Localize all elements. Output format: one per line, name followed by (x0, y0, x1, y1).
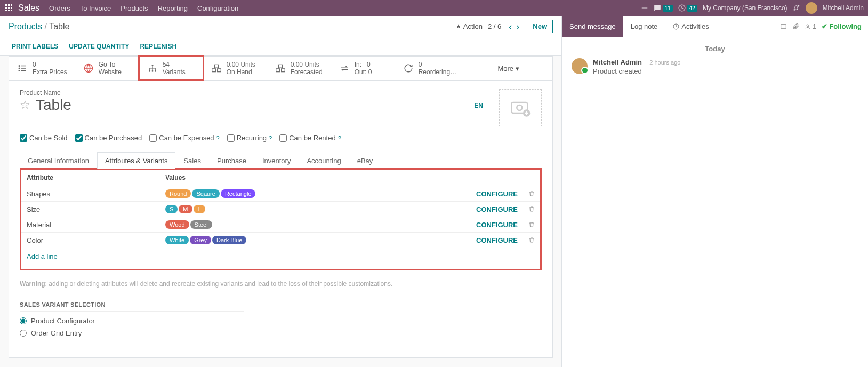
debug-icon[interactable] (793, 4, 800, 12)
product-name[interactable]: Table (36, 97, 71, 114)
svg-rect-25 (276, 69, 279, 72)
pager-prev-icon[interactable]: ‹ (507, 22, 514, 31)
activities-button[interactable]: Activities (665, 16, 717, 37)
lang-button[interactable]: EN (474, 102, 483, 109)
delete-row-icon[interactable] (523, 202, 540, 217)
following-button[interactable]: ✔ Following (822, 22, 862, 30)
company-switcher[interactable]: My Company (San Francisco) (703, 4, 787, 12)
stat-forecasted[interactable]: 0.00 UnitsForecasted (267, 57, 331, 80)
value-tag[interactable]: Round (165, 189, 191, 198)
image-placeholder[interactable] (499, 89, 542, 126)
chat-message: Mitchell Admin - 2 hours ago Product cre… (572, 58, 858, 75)
values-cell[interactable]: WoodSteel (160, 217, 470, 233)
pager-count[interactable]: 2 / 6 (488, 22, 501, 30)
send-message-button[interactable]: Send message (562, 16, 623, 37)
tab-purchase[interactable]: Purchase (209, 152, 254, 169)
values-cell[interactable]: RoundSqaureRectangle (160, 186, 470, 202)
delete-row-icon[interactable] (523, 186, 540, 202)
tab-sales[interactable]: Sales (175, 152, 209, 169)
attributes-section: Attribute Values ShapesRoundSqaureRectan… (20, 168, 542, 270)
menu-products[interactable]: Products (120, 4, 148, 12)
update-quantity-button[interactable]: UPDATE QUANTITY (69, 43, 129, 50)
value-tag[interactable]: Rectangle (221, 189, 256, 198)
help-icon[interactable]: ? (269, 135, 272, 141)
tab-ebay[interactable]: eBay (349, 152, 381, 169)
check-sold[interactable]: Can be Sold (20, 134, 68, 142)
stat-more[interactable]: More ▾ (464, 57, 552, 80)
apps-icon[interactable] (4, 3, 14, 13)
table-row[interactable]: ShapesRoundSqaureRectangleCONFIGURE (21, 186, 540, 202)
tab-general[interactable]: General Information (20, 152, 97, 169)
tab-accounting[interactable]: Accounting (299, 152, 349, 169)
configure-button[interactable]: CONFIGURE (470, 186, 523, 202)
radio-configurator[interactable]: Product Configurator (20, 317, 542, 325)
activity-icon[interactable]: 42 (678, 4, 697, 12)
paperclip-icon[interactable] (792, 23, 799, 30)
check-rented[interactable]: Can be Rented? (279, 134, 341, 142)
user-avatar[interactable] (806, 2, 817, 14)
delete-row-icon[interactable] (523, 233, 540, 248)
value-tag[interactable]: White (165, 236, 189, 244)
check-recurring[interactable]: Recurring? (227, 134, 272, 142)
radio-grid[interactable]: Order Grid Entry (20, 329, 542, 337)
values-cell[interactable]: SML (160, 202, 470, 217)
breadcrumb-parent[interactable]: Products (9, 22, 42, 31)
configure-button[interactable]: CONFIGURE (470, 217, 523, 233)
col-attribute: Attribute (21, 170, 160, 186)
tab-variants[interactable]: Attributes & Variants (97, 152, 176, 169)
value-tag[interactable]: Wood (165, 220, 189, 229)
menu-configuration[interactable]: Configuration (197, 4, 238, 12)
attr-cell[interactable]: Material (21, 217, 160, 233)
configure-button[interactable]: CONFIGURE (470, 233, 523, 248)
check-purchased[interactable]: Can be Purchased (75, 134, 142, 142)
delete-row-icon[interactable] (523, 217, 540, 233)
table-row[interactable]: MaterialWoodSteelCONFIGURE (21, 217, 540, 233)
message-avatar[interactable] (572, 58, 588, 74)
svg-rect-24 (278, 65, 282, 68)
attr-cell[interactable]: Size (21, 202, 160, 217)
value-tag[interactable]: L (194, 205, 205, 213)
app-name[interactable]: Sales (18, 3, 39, 13)
stat-value: 54 (163, 61, 186, 68)
stat-website[interactable]: Go ToWebsite (75, 57, 139, 80)
tray-icon[interactable] (641, 4, 648, 12)
user-name[interactable]: Mitchell Admin (823, 4, 864, 12)
add-line-link[interactable]: Add a line (21, 248, 540, 265)
log-note-button[interactable]: Log note (623, 16, 665, 37)
pager-next-icon[interactable]: › (514, 22, 521, 31)
value-tag[interactable]: Sqaure (192, 189, 219, 198)
new-button[interactable]: New (527, 20, 553, 33)
stat-on-hand[interactable]: 0.00 UnitsOn Hand (203, 57, 267, 80)
value-tag[interactable]: Grey (190, 236, 211, 244)
stat-variants[interactable]: 54Variants (139, 57, 203, 80)
list-icon (17, 62, 28, 74)
value-tag[interactable]: Dark Blue (212, 236, 246, 244)
configure-button[interactable]: CONFIGURE (470, 202, 523, 217)
help-icon[interactable]: ? (216, 135, 220, 141)
attach-icon[interactable] (780, 23, 787, 30)
stat-extra-prices[interactable]: 0Extra Prices (9, 57, 75, 80)
value-tag[interactable]: M (179, 205, 192, 213)
table-row[interactable]: SizeSMLCONFIGURE (21, 202, 540, 217)
menu-reporting[interactable]: Reporting (158, 4, 188, 12)
followers-count[interactable]: 1 (805, 22, 816, 30)
messaging-icon[interactable]: 11 (654, 4, 673, 12)
help-icon[interactable]: ? (338, 135, 341, 141)
check-expensed[interactable]: Can be Expensed? (149, 134, 219, 142)
tab-inventory[interactable]: Inventory (254, 152, 299, 169)
stat-reordering[interactable]: 0Reordering… (395, 57, 464, 80)
favorite-star-icon[interactable]: ☆ (20, 98, 30, 112)
table-row[interactable]: ColorWhiteGreyDark BlueCONFIGURE (21, 233, 540, 248)
value-tag[interactable]: Steel (190, 220, 212, 229)
message-author[interactable]: Mitchell Admin (593, 58, 642, 66)
stat-in-out[interactable]: In: 0 Out: 0 (331, 57, 395, 80)
values-cell[interactable]: WhiteGreyDark Blue (160, 233, 470, 248)
value-tag[interactable]: S (165, 205, 178, 213)
replenish-button[interactable]: REPLENISH (140, 43, 176, 50)
menu-orders[interactable]: Orders (49, 4, 70, 12)
menu-to-invoice[interactable]: To Invoice (80, 4, 111, 12)
action-dropdown[interactable]: Action (455, 22, 483, 30)
print-labels-button[interactable]: PRINT LABELS (12, 43, 58, 50)
attr-cell[interactable]: Shapes (21, 186, 160, 202)
attr-cell[interactable]: Color (21, 233, 160, 248)
